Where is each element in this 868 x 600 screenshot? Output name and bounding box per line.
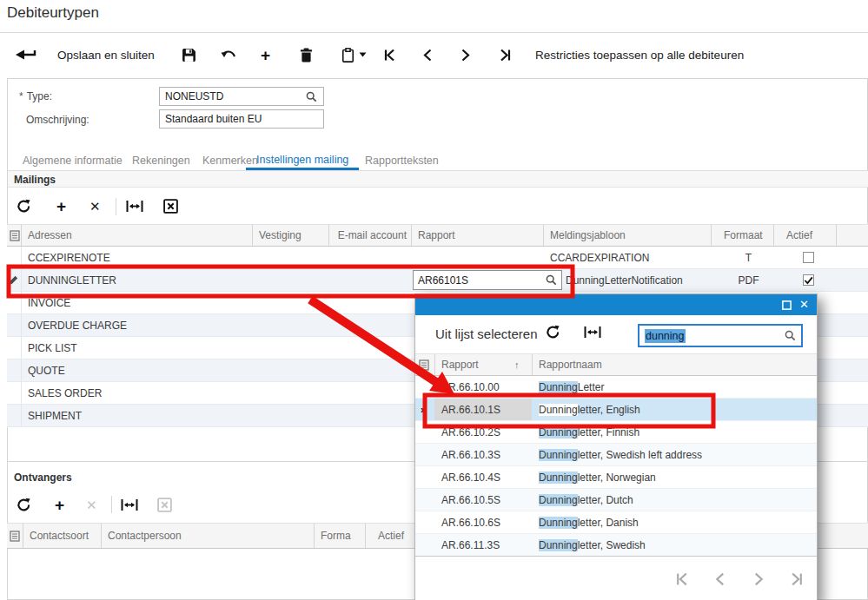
- popup-row[interactable]: AR.66.10.4S Dunning letter, Norwegian: [415, 466, 817, 489]
- pager-prev-button[interactable]: [715, 572, 725, 590]
- col-header-actief[interactable]: Actief: [773, 225, 836, 246]
- row-selector-header[interactable]: [7, 225, 21, 246]
- undo-button[interactable]: [221, 33, 237, 76]
- rapport-lookup-icon[interactable]: [546, 274, 557, 286]
- col-header-vestiging[interactable]: Vestiging: [252, 225, 328, 246]
- description-field-label: Omschrijving:: [26, 114, 89, 126]
- excel-icon-disabled: [157, 498, 172, 512]
- tab-rekeningen[interactable]: Rekeningen: [122, 151, 201, 170]
- delete-record-button[interactable]: [300, 33, 313, 76]
- cell-rapportnaam: Dunning letter, Dutch: [532, 489, 817, 511]
- mailings-export-excel-button[interactable]: [163, 199, 178, 214]
- first-record-button[interactable]: [384, 33, 395, 76]
- popup-row[interactable]: AR.66.10.2S Dunning letter, Finnish: [415, 421, 817, 444]
- next-record-button[interactable]: [461, 33, 470, 76]
- notebook-icon: [10, 230, 20, 241]
- lookup-popup: ✕ Uit lijst selecteren dunning Rapport ↑…: [414, 293, 818, 600]
- actief-checkbox-checked[interactable]: [803, 274, 814, 286]
- cell-meldingsjabloon: DunningLetterNotification: [543, 269, 711, 291]
- fit-width-icon: [126, 200, 143, 213]
- refresh-button[interactable]: [17, 199, 31, 214]
- cell-adressen: QUOTE: [21, 359, 252, 381]
- cell-adressen: DUNNINGLETTER: [21, 269, 252, 291]
- cell-rapport: AR.66.11.3S: [434, 534, 532, 556]
- clipboard-button[interactable]: [341, 33, 367, 76]
- col-header-contactsoort[interactable]: Contactsoort: [23, 524, 101, 548]
- close-icon[interactable]: ✕: [799, 298, 809, 311]
- popup-row[interactable]: AR.66.10.5S Dunning letter, Dutch: [415, 489, 817, 511]
- popup-row[interactable]: AR.66.10.00 Dunning Letter: [415, 376, 817, 399]
- rapport-editor[interactable]: AR66101S: [413, 270, 562, 290]
- last-record-button[interactable]: [500, 33, 511, 76]
- excel-icon: [163, 199, 178, 214]
- notebook-icon: [10, 531, 20, 542]
- row-selector-header[interactable]: [415, 354, 434, 375]
- maximize-icon[interactable]: [782, 300, 792, 310]
- col-header-actief[interactable]: Actief: [365, 524, 415, 548]
- mailings-add-row-button[interactable]: +: [56, 198, 66, 214]
- mailings-section-title: Mailings: [14, 174, 56, 186]
- popup-refresh-button[interactable]: [546, 325, 560, 340]
- ontvangers-fit-width-button[interactable]: [121, 498, 138, 511]
- cell-adressen: OVERDUE CHARGE: [21, 314, 252, 336]
- page-title: Debiteurtypen: [7, 4, 99, 22]
- table-row[interactable]: CCEXPIRENOTE CCARDEXPIRATION T: [7, 247, 868, 269]
- popup-header-label: Uit lijst selecteren: [435, 326, 538, 341]
- pager-last-button[interactable]: [791, 572, 803, 590]
- popup-row[interactable]: AR.66.10.3S Dunning letter, Swedish left…: [415, 444, 817, 466]
- tab-rapportteksten[interactable]: Rapportteksten: [354, 151, 449, 170]
- row-selector-header[interactable]: [7, 524, 23, 548]
- popup-fit-width-button[interactable]: [584, 326, 601, 339]
- search-icon[interactable]: [785, 330, 796, 341]
- pager-first-button[interactable]: [676, 572, 688, 590]
- col-header-email[interactable]: E-mail account: [328, 225, 411, 246]
- back-icon: [16, 49, 36, 62]
- ontvangers-add-row-button[interactable]: +: [55, 497, 64, 513]
- mailings-fit-width-button[interactable]: [126, 200, 143, 213]
- popup-titlebar[interactable]: ✕: [415, 294, 817, 315]
- col-header-formaat[interactable]: Forma: [314, 524, 362, 548]
- add-record-button[interactable]: +: [261, 33, 270, 76]
- description-input[interactable]: [159, 109, 324, 129]
- cell-actief: [773, 269, 836, 291]
- fit-width-icon: [584, 326, 601, 339]
- mailings-grid-header: Adressen Vestiging E-mail account Rappor…: [7, 224, 868, 247]
- col-header-meldingsjabloon[interactable]: Meldingsjabloon: [543, 225, 711, 246]
- save-button[interactable]: [182, 33, 196, 76]
- table-row-editing[interactable]: DUNNINGLETTER DunningLetterNotification …: [7, 269, 868, 292]
- type-lookup-icon[interactable]: [306, 91, 317, 102]
- actief-checkbox[interactable]: [803, 252, 814, 263]
- tab-algemene-informatie[interactable]: Algemene informatie: [12, 151, 133, 170]
- refresh-icon: [546, 325, 560, 340]
- save-and-close-button[interactable]: Opslaan en sluiten: [57, 33, 155, 76]
- notebook-icon: [419, 359, 429, 371]
- popup-row[interactable]: AR.66.10.6S Dunning letter, Danish: [415, 511, 817, 534]
- col-header-contactpersoon[interactable]: Contactpersoon: [101, 524, 314, 548]
- cell-rapportnaam: Dunning letter, Danish: [532, 511, 817, 533]
- popup-row-selected[interactable]: › AR.66.10.1S Dunning letter, English: [415, 399, 817, 421]
- ontvangers-refresh-button[interactable]: [17, 498, 31, 512]
- popup-grid-header: Rapport ↑ Rapportnaam: [415, 353, 817, 376]
- back-button[interactable]: [16, 33, 36, 76]
- pager-next-button[interactable]: [754, 572, 764, 590]
- popup-col-header-rapport[interactable]: Rapport ↑: [434, 354, 532, 375]
- refresh-icon: [17, 498, 31, 512]
- mailings-delete-row-button[interactable]: ✕: [89, 200, 101, 213]
- mailings-section-bar: [8, 171, 868, 188]
- plus-icon: +: [56, 198, 66, 214]
- next-icon: [754, 572, 764, 586]
- cell-rapport: AR.66.10.4S: [434, 466, 532, 488]
- tab-instellingen-mailing[interactable]: Instellingen mailing: [246, 151, 359, 170]
- prev-record-button[interactable]: [423, 33, 432, 76]
- cell-rapportnaam: Dunning letter, Norwegian: [532, 466, 817, 488]
- popup-search-input[interactable]: dunning: [638, 324, 803, 347]
- type-input[interactable]: [159, 87, 324, 106]
- col-header-adressen[interactable]: Adressen: [21, 225, 252, 246]
- last-icon: [500, 49, 511, 62]
- col-header-rapport[interactable]: Rapport: [411, 225, 543, 246]
- popup-row[interactable]: AR.66.11.3S Dunning letter, Swedish: [415, 534, 817, 557]
- toolbar-divider: [111, 496, 112, 513]
- apply-restrictions-button[interactable]: Restricties toepassen op alle debiteuren: [535, 33, 744, 76]
- popup-col-header-rapportnaam[interactable]: Rapportnaam: [532, 354, 817, 375]
- col-header-formaat[interactable]: Formaat: [711, 225, 773, 246]
